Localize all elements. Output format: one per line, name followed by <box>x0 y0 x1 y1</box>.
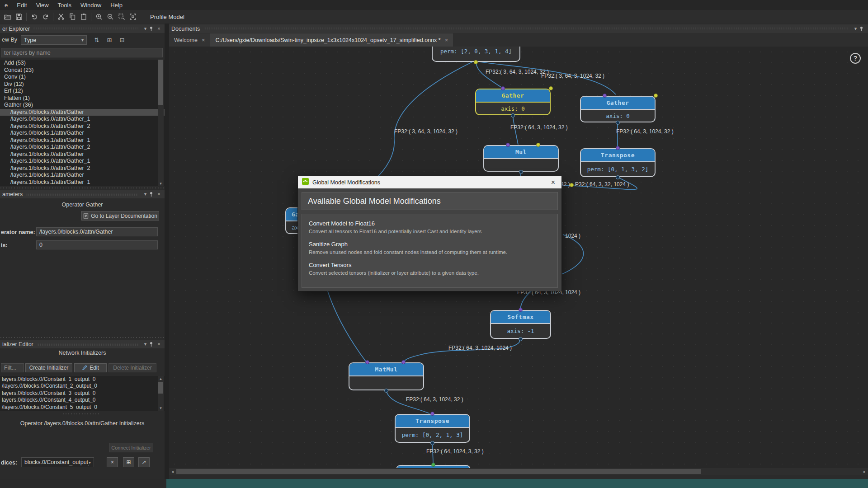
output-port[interactable] <box>511 113 515 117</box>
menu-item[interactable]: Window <box>76 2 106 9</box>
cut-icon[interactable] <box>55 11 66 22</box>
node-transpose-top-partial[interactable]: perm: [2, 0, 3, 1, 4] <box>432 47 520 62</box>
close-icon[interactable]: × <box>156 24 162 33</box>
layer-row[interactable]: /layers.1/blocks.1/attn/Gather <box>0 172 165 179</box>
dialog-option[interactable]: Convert Model to Float16 Convert all ten… <box>309 220 551 234</box>
profile-model-button[interactable]: Profile Model <box>150 14 184 20</box>
input-port[interactable] <box>365 360 369 364</box>
operator-name-field[interactable]: /layers.0/blocks.0/attn/Gather <box>36 227 158 236</box>
layer-row[interactable]: Flatten (1) <box>0 95 165 102</box>
pin-icon[interactable] <box>149 342 156 347</box>
panel-menu-icon[interactable]: ▾ <box>142 190 149 198</box>
layer-filter-input[interactable] <box>1 48 163 57</box>
menu-item[interactable]: View <box>32 2 53 9</box>
node-gather-right[interactable]: Gather axis: 0 <box>580 96 656 122</box>
connect-initializer-button[interactable]: Connect Initializer <box>109 443 153 452</box>
undo-icon[interactable] <box>28 11 40 22</box>
axis-field[interactable]: 0 <box>36 240 158 249</box>
attr-port[interactable] <box>549 86 553 90</box>
layer-row[interactable]: Div (12) <box>0 81 165 88</box>
pin-icon[interactable] <box>859 26 866 31</box>
output-port[interactable] <box>474 60 478 64</box>
input-port[interactable] <box>501 86 505 90</box>
output-port[interactable] <box>616 175 620 179</box>
input-port[interactable] <box>431 463 435 467</box>
layer-row[interactable]: /layers.1/blocks.0/attn/Gather_2 <box>0 165 165 172</box>
initializer-row[interactable]: layers.0/blocks.0/Constant_3_output_0 <box>0 390 165 397</box>
delete-initializer-button[interactable]: Delete Initializer <box>108 363 156 372</box>
pin-icon[interactable] <box>149 26 156 31</box>
help-button[interactable]: ? <box>850 53 861 64</box>
output-port[interactable] <box>519 337 523 341</box>
initializer-row[interactable]: /layers.0/blocks.0/Constant_2_output_0 <box>0 383 165 389</box>
initializer-filter-input[interactable] <box>1 363 24 372</box>
initializer-list-scrollbar[interactable]: ▴ ▾ <box>158 376 164 411</box>
layer-row[interactable]: /layers.1/blocks.0/attn/Gather_1 <box>0 158 165 165</box>
output-port[interactable] <box>616 121 620 125</box>
dialog-titlebar[interactable]: Global Model Modifications × <box>298 176 561 188</box>
layer-row[interactable]: /layers.0/blocks.1/attn/Gather <box>0 130 165 137</box>
dialog-option[interactable]: Sanitize Graph Remove unused nodes and f… <box>309 241 551 255</box>
output-port[interactable] <box>430 441 434 445</box>
panel-menu-icon[interactable]: ▾ <box>852 24 859 33</box>
input-port[interactable] <box>616 146 620 150</box>
layer-row[interactable]: Gather (36) <box>0 102 165 109</box>
tab-close-icon[interactable]: × <box>445 37 448 43</box>
zoom-in-icon[interactable] <box>93 11 104 22</box>
dialog-close-icon[interactable]: × <box>549 178 557 187</box>
pin-icon[interactable] <box>149 192 156 197</box>
indices-combo[interactable]: blocks.0/Constant_output_0 ▾ <box>21 457 94 467</box>
output-port[interactable] <box>519 170 523 174</box>
clear-indices-button[interactable]: × <box>107 457 118 467</box>
layer-row[interactable]: /layers.1/blocks.1/attn/Gather_1 <box>0 179 165 186</box>
layer-row[interactable]: /layers.0/blocks.1/attn/Gather_1 <box>0 137 165 144</box>
node-transpose-right[interactable]: Transpose perm: [0, 1, 3, 2] <box>580 148 656 177</box>
layer-list-scrollbar[interactable]: ▾ <box>158 60 164 186</box>
sort-icon[interactable]: ⇅ <box>91 35 102 44</box>
collapse-all-icon[interactable]: ⊟ <box>117 35 127 44</box>
menu-item[interactable]: e <box>0 2 12 9</box>
scrollbar-thumb[interactable] <box>158 60 163 105</box>
node-softmax[interactable]: Softmax axis: -1 <box>490 310 551 339</box>
node-matmul[interactable]: MatMul <box>349 362 424 390</box>
vertical-splitter[interactable] <box>165 23 169 479</box>
document-tab[interactable]: Welcome × <box>169 33 210 47</box>
output-port[interactable] <box>384 389 388 393</box>
document-tab[interactable]: C:/Users/gxie/Downloads/Swin-tiny_inpsiz… <box>210 33 453 47</box>
layer-row[interactable]: /layers.0/blocks.0/attn/Gather_2 <box>0 123 165 130</box>
initializer-row[interactable]: layers.0/blocks.0/Constant_4_output_0 <box>0 397 165 404</box>
node-bottom-partial[interactable] <box>396 465 471 468</box>
scroll-down-icon[interactable]: ▾ <box>158 405 164 411</box>
input-port[interactable] <box>401 360 406 364</box>
create-initializer-button[interactable]: Create Initializer <box>25 363 72 372</box>
layer-row[interactable]: /layers.0/blocks.1/attn/Gather_2 <box>0 144 165 151</box>
zoom-selection-icon[interactable] <box>116 11 127 22</box>
node-transpose-bottom[interactable]: Transpose perm: [0, 2, 1, 3] <box>395 414 470 443</box>
edit-initializer-button[interactable]: Edit <box>74 363 107 372</box>
input-port[interactable] <box>519 308 523 312</box>
save-icon[interactable] <box>13 11 24 22</box>
mini-splitter[interactable] <box>63 413 101 415</box>
menu-item[interactable]: Tools <box>53 2 76 9</box>
layer-row[interactable]: /layers.0/blocks.0/attn/Gather_1 <box>0 116 165 123</box>
input-port[interactable] <box>430 412 434 416</box>
attr-port[interactable] <box>536 143 540 147</box>
close-icon[interactable]: × <box>156 190 162 198</box>
tab-close-icon[interactable]: × <box>202 37 205 43</box>
layer-row[interactable]: Concat (23) <box>0 67 165 74</box>
scroll-right-icon[interactable]: ▸ <box>861 468 868 475</box>
redo-icon[interactable] <box>40 11 51 22</box>
menu-item[interactable]: Help <box>106 2 127 9</box>
node-mul[interactable]: Mul <box>483 145 559 172</box>
panel-splitter[interactable] <box>0 187 165 189</box>
node-gather-selected[interactable]: Gather axis: 0 <box>475 89 551 115</box>
initializer-row[interactable]: layers.0/blocks.0/Constant_1_output_0 <box>0 376 165 383</box>
scroll-up-icon[interactable]: ▴ <box>158 376 164 381</box>
layer-row[interactable]: Add (53) <box>0 60 165 67</box>
paste-icon[interactable] <box>78 11 89 22</box>
panel-splitter[interactable] <box>0 336 165 339</box>
scrollbar-thumb[interactable] <box>176 469 701 474</box>
panel-menu-icon[interactable]: ▾ <box>142 340 149 348</box>
add-initializer-button[interactable]: ⊞ <box>123 457 134 467</box>
copy-icon[interactable] <box>66 11 78 22</box>
